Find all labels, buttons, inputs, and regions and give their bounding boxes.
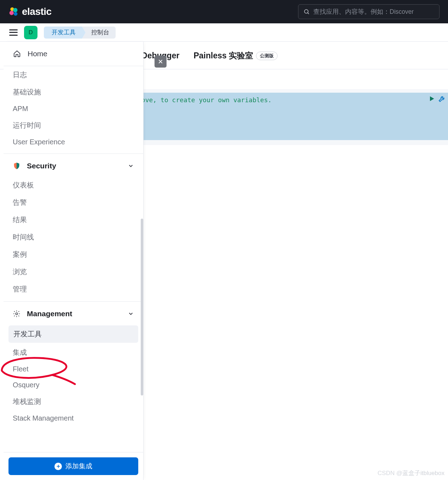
nav-item-infrastructure[interactable]: 基础设施 (4, 83, 143, 101)
watermark-author: 蓝盒子itbluebox (402, 470, 444, 476)
plus-circle-icon: ＋ (54, 463, 62, 470)
nav-item-results[interactable]: 结果 (4, 211, 143, 229)
home-icon (13, 50, 21, 58)
brand-logo[interactable]: elastic (8, 6, 52, 17)
nav-item-stack-management[interactable]: Stack Management (4, 410, 143, 426)
nav-item-alerts[interactable]: 告警 (4, 194, 143, 211)
editor-comment-line: ton, above, to create your own variables… (115, 96, 448, 104)
nav-item-manage[interactable]: 管理 (4, 281, 143, 298)
nav-footer: ＋ 添加集成 (4, 452, 143, 480)
svg-point-3 (14, 12, 18, 16)
breadcrumb-console: 控制台 (82, 27, 116, 39)
nav-item-apm[interactable]: APM (4, 101, 143, 117)
close-nav-button[interactable] (155, 56, 167, 68)
tab-painless-lab[interactable]: Painless 实验室 公测版 (193, 50, 278, 61)
nav-home-label: Home (28, 50, 47, 58)
close-icon (158, 59, 163, 64)
nav-item-timeline[interactable]: 时间线 (4, 229, 143, 246)
svg-point-8 (16, 313, 18, 315)
console-editor[interactable]: ton, above, to create your own variables… (115, 93, 448, 140)
space-avatar[interactable]: D (24, 26, 37, 39)
section-management[interactable]: Management (4, 301, 143, 324)
nav-item-stack-monitoring[interactable]: 堆栈监测 (4, 393, 143, 410)
nav-item-uptime[interactable]: 运行时间 (4, 117, 143, 134)
search-placeholder: 查找应用、内容等。例如：Discover (313, 7, 414, 16)
add-integration-label: 添加集成 (65, 462, 92, 471)
nav-toggle-button[interactable] (9, 29, 18, 36)
elastic-logo-icon (8, 7, 18, 17)
nav-item-explore[interactable]: 浏览 (4, 263, 143, 281)
svg-point-2 (10, 11, 14, 15)
svg-point-1 (13, 8, 17, 12)
nav-home[interactable]: Home (4, 42, 143, 66)
gear-icon (13, 310, 21, 318)
section-security[interactable]: Security (4, 154, 143, 177)
scrollbar-thumb[interactable] (141, 219, 143, 395)
section-management-title: Management (27, 310, 72, 318)
watermark-prefix: CSDN @ (378, 470, 402, 476)
shield-icon (13, 162, 21, 170)
nav-item-logs[interactable]: 日志 (4, 66, 143, 83)
watermark: CSDN @蓝盒子itbluebox (378, 469, 444, 477)
brand-text: elastic (22, 6, 52, 17)
search-icon (303, 8, 310, 15)
nav-item-osquery[interactable]: Osquery (4, 377, 143, 393)
svg-point-4 (304, 10, 308, 13)
chevron-down-icon (128, 163, 134, 169)
svg-line-5 (308, 13, 309, 14)
wrench-icon[interactable] (438, 95, 446, 103)
beta-badge: 公测版 (256, 52, 278, 60)
header-search[interactable]: 查找应用、内容等。例如：Discover (298, 4, 440, 19)
add-integration-button[interactable]: ＋ 添加集成 (8, 457, 138, 475)
nav-item-integrations[interactable]: 集成 (4, 344, 143, 361)
tab-painless-text: Painless 实验室 (193, 50, 253, 61)
nav-item-dashboard[interactable]: 仪表板 (4, 177, 143, 194)
nav-item-user-experience[interactable]: User Experience (4, 134, 143, 150)
nav-item-cases[interactable]: 案例 (4, 246, 143, 263)
section-security-title: Security (27, 162, 56, 170)
chevron-down-icon (128, 311, 134, 317)
side-navigation-panel: Home 日志 基础设施 APM 运行时间 User Experience Se… (4, 42, 144, 480)
breadcrumb-dev-tools[interactable]: 开发工具 (44, 27, 82, 39)
nav-item-fleet[interactable]: Fleet (4, 361, 143, 377)
secondary-bar: D 开发工具 控制台 (0, 23, 448, 42)
nav-item-dev-tools[interactable]: 开发工具 (8, 325, 138, 343)
breadcrumb: 开发工具 控制台 (44, 27, 116, 39)
top-header: elastic 查找应用、内容等。例如：Discover (0, 0, 448, 23)
play-icon[interactable] (428, 95, 435, 102)
editor-actions (428, 95, 446, 103)
